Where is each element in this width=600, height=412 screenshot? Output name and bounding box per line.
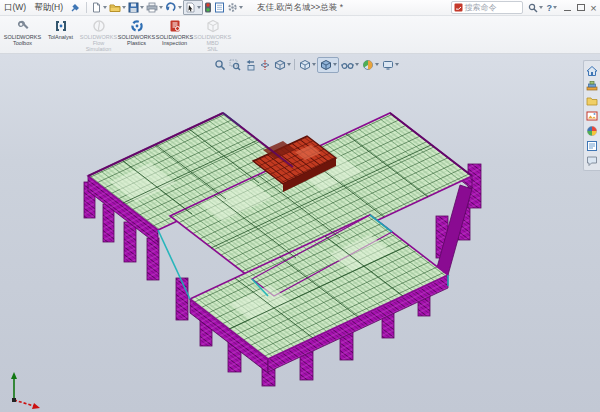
addin-label: SOLIDWORKS Inspection <box>156 34 193 46</box>
menu-window[interactable]: 口(W) <box>0 2 30 14</box>
print-document-icon <box>146 2 158 13</box>
solidworks-forum-tab[interactable] <box>585 153 599 168</box>
view-settings-button[interactable] <box>380 58 400 72</box>
pin-menu-icon[interactable] <box>70 3 80 13</box>
help-label: ? <box>547 3 553 13</box>
new-document-icon <box>91 2 102 13</box>
search-placeholder: 搜索命令 <box>465 2 497 13</box>
task-pane-tabs <box>583 60 600 171</box>
close-button[interactable]: × <box>587 1 600 14</box>
plastics-icon <box>130 18 144 33</box>
appearance-ball-icon <box>362 59 374 71</box>
display-style-button[interactable] <box>317 57 339 73</box>
appearances-scenes-tab[interactable] <box>585 123 599 138</box>
options-gear-icon <box>227 2 238 13</box>
color-wheel-icon <box>586 125 598 137</box>
previous-view-icon <box>244 59 256 71</box>
hide-show-items-button[interactable] <box>339 58 360 72</box>
forum-bubble-icon <box>586 155 598 167</box>
undo-button[interactable] <box>164 1 183 14</box>
minimize-button[interactable] <box>561 1 574 14</box>
graphics-viewport[interactable] <box>0 54 600 412</box>
flow-simulation-icon <box>92 18 106 33</box>
file-properties-button[interactable] <box>213 1 226 14</box>
file-properties-icon <box>214 2 225 13</box>
addin-label: SOLIDWORKS Flow Simulation <box>80 34 117 52</box>
search-magnifier-button[interactable] <box>526 3 545 13</box>
menu-help[interactable]: 帮助(H) <box>30 2 67 14</box>
open-document-icon <box>109 2 121 13</box>
assembly-model[interactable] <box>0 54 600 412</box>
zoom-to-area-button[interactable] <box>227 58 242 72</box>
mbd-snl-icon <box>206 18 220 33</box>
glasses-icon <box>341 59 354 71</box>
edit-appearance-button[interactable] <box>360 58 380 72</box>
view-settings-icon <box>382 59 394 71</box>
addin-tolanalyst[interactable]: TolAnalyst <box>42 18 79 40</box>
addin-flow-simulation[interactable]: SOLIDWORKS Flow Simulation <box>80 18 117 52</box>
section-view-button[interactable] <box>257 58 272 72</box>
home-icon <box>586 65 598 77</box>
rebuild-traffic-light-icon <box>204 2 212 13</box>
tolanalyst-icon <box>54 18 68 33</box>
previous-view-button[interactable] <box>242 58 257 72</box>
addin-label: TolAnalyst <box>48 34 73 40</box>
save-document-icon <box>128 2 139 13</box>
title-bar: 口(W) 帮助(H) <box>0 0 600 16</box>
commandmanager-addins: SOLIDWORKS Toolbox TolAnalyst SOLIDWORKS… <box>0 16 600 54</box>
addin-label: SOLIDWORKS Plastics <box>118 34 155 46</box>
zoom-to-area-icon <box>229 59 241 71</box>
rebuild-button[interactable] <box>203 1 213 14</box>
books-stack-icon <box>586 80 598 92</box>
folder-icon <box>586 95 598 107</box>
toolbar-separator <box>86 2 87 13</box>
addin-label: SOLIDWORKS MBD SNL <box>194 34 231 52</box>
view-palette-tab[interactable] <box>585 108 599 123</box>
options-button[interactable] <box>226 1 244 14</box>
picture-icon <box>586 110 598 122</box>
toolbox-icon <box>16 18 30 33</box>
solidworks-resources-tab[interactable] <box>585 63 599 78</box>
custom-properties-tab[interactable] <box>585 138 599 153</box>
save-document-button[interactable] <box>127 1 145 14</box>
solidworks-logo-icon <box>454 3 463 12</box>
headsup-view-toolbar <box>212 57 400 72</box>
inspection-icon <box>168 18 182 33</box>
restore-button[interactable] <box>574 1 587 14</box>
properties-list-icon <box>586 140 598 152</box>
section-view-icon <box>259 59 271 71</box>
design-library-tab[interactable] <box>585 78 599 93</box>
open-document-button[interactable] <box>108 1 127 14</box>
new-document-button[interactable] <box>90 1 108 14</box>
3d-drawing-view-icon <box>274 59 286 71</box>
reference-triad <box>11 372 40 409</box>
undo-icon <box>165 2 177 13</box>
view-orientation-button[interactable] <box>297 58 317 72</box>
print-document-button[interactable] <box>145 1 164 14</box>
3d-drawing-view-button[interactable] <box>272 58 292 72</box>
addin-mbd-snl[interactable]: SOLIDWORKS MBD SNL <box>194 18 231 52</box>
help-button[interactable]: ? <box>545 3 560 13</box>
zoom-to-fit-icon <box>214 59 226 71</box>
file-explorer-tab[interactable] <box>585 93 599 108</box>
select-cursor-icon <box>185 2 196 13</box>
addin-inspection[interactable]: SOLIDWORKS Inspection <box>156 18 193 46</box>
command-search-input[interactable]: 搜索命令 <box>451 1 523 14</box>
addin-plastics[interactable]: SOLIDWORKS Plastics <box>118 18 155 46</box>
view-orientation-icon <box>299 59 311 71</box>
magnifier-icon <box>528 3 538 13</box>
addin-label: SOLIDWORKS Toolbox <box>4 34 41 46</box>
zoom-to-fit-button[interactable] <box>212 58 227 72</box>
display-style-icon <box>320 59 332 71</box>
headsup-separator <box>294 59 295 70</box>
select-tool-button[interactable] <box>183 0 203 15</box>
addin-solidworks-toolbox[interactable]: SOLIDWORKS Toolbox <box>4 18 41 46</box>
solidworks-window: 口(W) 帮助(H) <box>0 0 600 412</box>
